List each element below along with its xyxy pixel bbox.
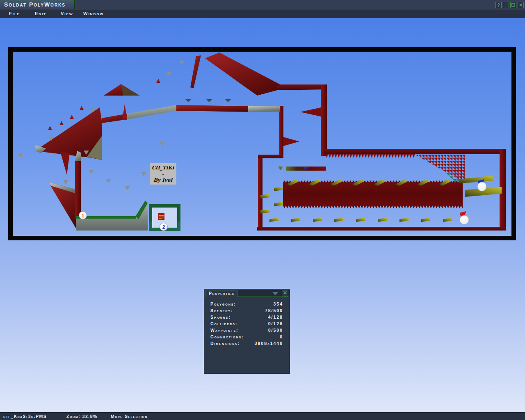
row-colliders-label: Colliders:	[210, 321, 237, 328]
row-scenery-label: Scenery:	[210, 308, 233, 315]
map-title-sign: Ctf_TiKi - By Ivel	[150, 163, 176, 185]
row-dimensions: Dimensions: 3808x1440	[204, 341, 290, 347]
spawn-marker-1[interactable]: 1	[79, 212, 87, 219]
row-colliders-value: 0/128	[268, 321, 283, 328]
row-spawns: Spawns: 4/128	[204, 315, 290, 321]
spiked-block	[283, 183, 463, 205]
sign-line2: -	[162, 171, 164, 177]
title-bar: Soldat PolyWorks ? _ ❐ ✕	[0, 0, 525, 10]
restore-icon: ❐	[511, 2, 516, 7]
map-canvas[interactable]: 1 2 Ctf_TiKi - By Ivel Properties ✕ Poly…	[0, 18, 525, 412]
row-dimensions-value: 3808x1440	[255, 341, 283, 347]
status-filename: ctf_Kna$t3r.PMS	[3, 414, 47, 419]
sign-scenery	[158, 213, 164, 220]
spawn-marker-2[interactable]: 2	[160, 223, 168, 231]
help-icon: ?	[497, 2, 500, 7]
panel-close-button[interactable]: ✕	[282, 290, 288, 297]
minimize-icon: _	[504, 2, 507, 7]
close-icon: ✕	[519, 2, 523, 7]
scenery-triangles	[18, 61, 231, 190]
row-scenery: Scenery: 78/500	[204, 308, 290, 315]
status-bar: ctf_Kna$t3r.PMS Zoom: 32.8% Move Selecti…	[0, 412, 525, 420]
app-title: Soldat PolyWorks	[4, 1, 66, 8]
row-spawns-value: 4/128	[268, 315, 283, 321]
close-button[interactable]: ✕	[518, 2, 524, 8]
row-colliders: Colliders: 0/128	[204, 321, 290, 328]
spawn-marker-2-label: 2	[162, 224, 165, 230]
properties-tab[interactable]: Properties	[205, 290, 237, 297]
status-zoom: Zoom: 32.8%	[66, 414, 98, 419]
menu-edit[interactable]: Edit	[35, 11, 46, 16]
row-connections-value: 0	[280, 334, 283, 341]
wall-ledges	[260, 187, 283, 214]
row-polygons: Polygons: 354	[204, 301, 290, 308]
sign-line3: By Ivel	[153, 177, 173, 183]
properties-panel[interactable]: Properties ✕ Polygons: 354 Scenery: 78/5…	[204, 289, 290, 374]
floor-platforms	[269, 218, 452, 222]
terrain-left[interactable]	[35, 84, 148, 231]
menu-bar: File Edit View Window	[0, 10, 525, 18]
row-polygons-value: 354	[273, 301, 283, 308]
row-polygons-label: Polygons:	[210, 301, 236, 308]
window-controls: ? _ ❐ ✕	[495, 2, 524, 8]
row-connections: Connections: 0	[204, 334, 290, 341]
row-spawns-label: Spawns:	[210, 315, 231, 321]
properties-panel-header[interactable]: Properties ✕	[205, 290, 289, 297]
sign-line1: Ctf_TiKi	[152, 165, 175, 171]
row-waypoints-label: Waypoints:	[210, 328, 239, 334]
app-title-box: Soldat PolyWorks	[0, 0, 75, 9]
restore-button[interactable]: ❐	[510, 2, 516, 8]
row-dimensions-label: Dimensions:	[210, 341, 240, 347]
checker-spikes	[415, 155, 465, 183]
menu-file[interactable]: File	[9, 11, 20, 16]
properties-rows: Polygons: 354 Scenery: 78/500 Spawns: 4/…	[204, 301, 290, 347]
flag-marker-red[interactable]	[460, 211, 469, 224]
row-waypoints: Waypoints: 0/500	[204, 328, 290, 334]
status-mode: Move Selection	[111, 414, 148, 419]
spawn-marker-1-label: 1	[82, 213, 84, 219]
help-button[interactable]: ?	[495, 2, 502, 8]
row-waypoints-value: 0/500	[268, 328, 283, 334]
menu-window[interactable]: Window	[83, 11, 104, 16]
chevron-down-icon[interactable]	[272, 292, 278, 295]
row-connections-label: Connections:	[210, 334, 244, 341]
row-scenery-value: 78/500	[265, 308, 283, 315]
menu-view[interactable]: View	[61, 11, 73, 16]
minimize-button[interactable]: _	[503, 2, 509, 8]
